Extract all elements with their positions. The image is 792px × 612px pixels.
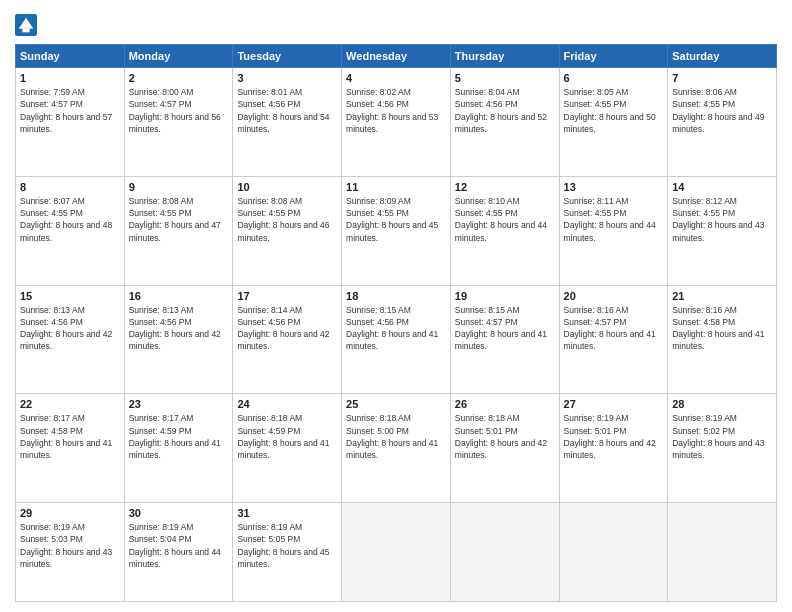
day-number: 6: [564, 72, 664, 84]
table-row: 13Sunrise: 8:11 AMSunset: 4:55 PMDayligh…: [559, 176, 668, 285]
day-info: Sunrise: 8:18 AMSunset: 4:59 PMDaylight:…: [237, 412, 337, 461]
day-number: 28: [672, 398, 772, 410]
day-info: Sunrise: 8:10 AMSunset: 4:55 PMDaylight:…: [455, 195, 555, 244]
col-tuesday: Tuesday: [233, 45, 342, 68]
table-row: 24Sunrise: 8:18 AMSunset: 4:59 PMDayligh…: [233, 394, 342, 503]
day-info: Sunrise: 8:14 AMSunset: 4:56 PMDaylight:…: [237, 304, 337, 353]
day-number: 30: [129, 507, 229, 519]
table-row: 14Sunrise: 8:12 AMSunset: 4:55 PMDayligh…: [668, 176, 777, 285]
table-row: 9Sunrise: 8:08 AMSunset: 4:55 PMDaylight…: [124, 176, 233, 285]
table-row: 1Sunrise: 7:59 AMSunset: 4:57 PMDaylight…: [16, 68, 125, 177]
table-row: 15Sunrise: 8:13 AMSunset: 4:56 PMDayligh…: [16, 285, 125, 394]
day-number: 24: [237, 398, 337, 410]
day-info: Sunrise: 8:06 AMSunset: 4:55 PMDaylight:…: [672, 86, 772, 135]
day-number: 20: [564, 290, 664, 302]
table-row: 7Sunrise: 8:06 AMSunset: 4:55 PMDaylight…: [668, 68, 777, 177]
day-number: 27: [564, 398, 664, 410]
table-row: 10Sunrise: 8:08 AMSunset: 4:55 PMDayligh…: [233, 176, 342, 285]
day-number: 8: [20, 181, 120, 193]
day-number: 31: [237, 507, 337, 519]
day-number: 3: [237, 72, 337, 84]
day-info: Sunrise: 8:17 AMSunset: 4:59 PMDaylight:…: [129, 412, 229, 461]
table-row: 25Sunrise: 8:18 AMSunset: 5:00 PMDayligh…: [342, 394, 451, 503]
table-row: 19Sunrise: 8:15 AMSunset: 4:57 PMDayligh…: [450, 285, 559, 394]
day-info: Sunrise: 8:08 AMSunset: 4:55 PMDaylight:…: [237, 195, 337, 244]
day-info: Sunrise: 8:07 AMSunset: 4:55 PMDaylight:…: [20, 195, 120, 244]
day-info: Sunrise: 8:02 AMSunset: 4:56 PMDaylight:…: [346, 86, 446, 135]
day-number: 17: [237, 290, 337, 302]
day-number: 2: [129, 72, 229, 84]
day-number: 21: [672, 290, 772, 302]
day-number: 23: [129, 398, 229, 410]
day-info: Sunrise: 8:19 AMSunset: 5:02 PMDaylight:…: [672, 412, 772, 461]
day-number: 10: [237, 181, 337, 193]
day-info: Sunrise: 8:18 AMSunset: 5:01 PMDaylight:…: [455, 412, 555, 461]
col-monday: Monday: [124, 45, 233, 68]
day-number: 25: [346, 398, 446, 410]
day-info: Sunrise: 8:19 AMSunset: 5:04 PMDaylight:…: [129, 521, 229, 570]
day-number: 18: [346, 290, 446, 302]
table-row: 11Sunrise: 8:09 AMSunset: 4:55 PMDayligh…: [342, 176, 451, 285]
page: Sunday Monday Tuesday Wednesday Thursday…: [0, 0, 792, 612]
header: [15, 10, 777, 36]
table-row: 26Sunrise: 8:18 AMSunset: 5:01 PMDayligh…: [450, 394, 559, 503]
day-info: Sunrise: 8:16 AMSunset: 4:57 PMDaylight:…: [564, 304, 664, 353]
logo: [15, 14, 39, 36]
col-sunday: Sunday: [16, 45, 125, 68]
table-row: [559, 503, 668, 602]
calendar-week-4: 22Sunrise: 8:17 AMSunset: 4:58 PMDayligh…: [16, 394, 777, 503]
calendar-table: Sunday Monday Tuesday Wednesday Thursday…: [15, 44, 777, 602]
day-info: Sunrise: 8:05 AMSunset: 4:55 PMDaylight:…: [564, 86, 664, 135]
table-row: [342, 503, 451, 602]
table-row: 17Sunrise: 8:14 AMSunset: 4:56 PMDayligh…: [233, 285, 342, 394]
day-number: 5: [455, 72, 555, 84]
table-row: [450, 503, 559, 602]
day-number: 13: [564, 181, 664, 193]
table-row: 29Sunrise: 8:19 AMSunset: 5:03 PMDayligh…: [16, 503, 125, 602]
logo-icon: [15, 14, 37, 36]
day-number: 26: [455, 398, 555, 410]
day-info: Sunrise: 7:59 AMSunset: 4:57 PMDaylight:…: [20, 86, 120, 135]
day-info: Sunrise: 8:19 AMSunset: 5:01 PMDaylight:…: [564, 412, 664, 461]
day-number: 15: [20, 290, 120, 302]
table-row: 27Sunrise: 8:19 AMSunset: 5:01 PMDayligh…: [559, 394, 668, 503]
table-row: 18Sunrise: 8:15 AMSunset: 4:56 PMDayligh…: [342, 285, 451, 394]
day-info: Sunrise: 8:08 AMSunset: 4:55 PMDaylight:…: [129, 195, 229, 244]
day-info: Sunrise: 8:13 AMSunset: 4:56 PMDaylight:…: [129, 304, 229, 353]
table-row: 21Sunrise: 8:16 AMSunset: 4:58 PMDayligh…: [668, 285, 777, 394]
svg-rect-2: [22, 29, 29, 33]
table-row: 20Sunrise: 8:16 AMSunset: 4:57 PMDayligh…: [559, 285, 668, 394]
table-row: 30Sunrise: 8:19 AMSunset: 5:04 PMDayligh…: [124, 503, 233, 602]
table-row: 16Sunrise: 8:13 AMSunset: 4:56 PMDayligh…: [124, 285, 233, 394]
day-info: Sunrise: 8:00 AMSunset: 4:57 PMDaylight:…: [129, 86, 229, 135]
col-saturday: Saturday: [668, 45, 777, 68]
day-info: Sunrise: 8:17 AMSunset: 4:58 PMDaylight:…: [20, 412, 120, 461]
calendar-header-row: Sunday Monday Tuesday Wednesday Thursday…: [16, 45, 777, 68]
calendar-week-3: 15Sunrise: 8:13 AMSunset: 4:56 PMDayligh…: [16, 285, 777, 394]
day-info: Sunrise: 8:01 AMSunset: 4:56 PMDaylight:…: [237, 86, 337, 135]
day-number: 14: [672, 181, 772, 193]
calendar-week-1: 1Sunrise: 7:59 AMSunset: 4:57 PMDaylight…: [16, 68, 777, 177]
day-number: 4: [346, 72, 446, 84]
day-number: 9: [129, 181, 229, 193]
calendar-week-5: 29Sunrise: 8:19 AMSunset: 5:03 PMDayligh…: [16, 503, 777, 602]
day-number: 29: [20, 507, 120, 519]
table-row: 2Sunrise: 8:00 AMSunset: 4:57 PMDaylight…: [124, 68, 233, 177]
day-info: Sunrise: 8:16 AMSunset: 4:58 PMDaylight:…: [672, 304, 772, 353]
day-number: 7: [672, 72, 772, 84]
table-row: 8Sunrise: 8:07 AMSunset: 4:55 PMDaylight…: [16, 176, 125, 285]
table-row: 3Sunrise: 8:01 AMSunset: 4:56 PMDaylight…: [233, 68, 342, 177]
day-number: 16: [129, 290, 229, 302]
day-info: Sunrise: 8:09 AMSunset: 4:55 PMDaylight:…: [346, 195, 446, 244]
day-info: Sunrise: 8:15 AMSunset: 4:56 PMDaylight:…: [346, 304, 446, 353]
table-row: 6Sunrise: 8:05 AMSunset: 4:55 PMDaylight…: [559, 68, 668, 177]
day-number: 12: [455, 181, 555, 193]
table-row: 31Sunrise: 8:19 AMSunset: 5:05 PMDayligh…: [233, 503, 342, 602]
day-number: 11: [346, 181, 446, 193]
day-info: Sunrise: 8:15 AMSunset: 4:57 PMDaylight:…: [455, 304, 555, 353]
calendar-week-2: 8Sunrise: 8:07 AMSunset: 4:55 PMDaylight…: [16, 176, 777, 285]
day-info: Sunrise: 8:11 AMSunset: 4:55 PMDaylight:…: [564, 195, 664, 244]
table-row: 12Sunrise: 8:10 AMSunset: 4:55 PMDayligh…: [450, 176, 559, 285]
day-number: 22: [20, 398, 120, 410]
day-info: Sunrise: 8:13 AMSunset: 4:56 PMDaylight:…: [20, 304, 120, 353]
